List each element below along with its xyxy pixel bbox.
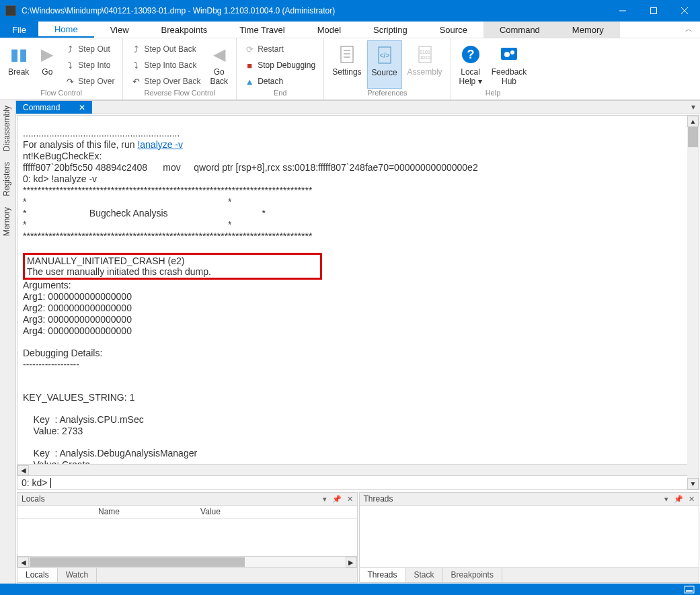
command-panel-tabs: Command✕ ▾ <box>16 100 700 114</box>
ribbon-collapse-icon[interactable]: ︿ <box>685 24 696 34</box>
analyze-link[interactable]: !analyze -v <box>137 139 183 150</box>
sidebar-disassembly[interactable]: Disassembly <box>0 100 13 157</box>
dropdown-icon[interactable]: ▾ <box>664 495 668 504</box>
minimize-button[interactable] <box>607 0 638 22</box>
step-out-button[interactable]: ⤴Step Out <box>61 42 118 56</box>
menu-timetravel[interactable]: Time Travel <box>223 22 301 38</box>
step-over-button[interactable]: ↷Step Over <box>61 74 118 89</box>
menu-command[interactable]: Command <box>483 22 556 38</box>
svg-text:0101: 0101 <box>420 50 430 54</box>
pin-icon[interactable]: 📌 <box>674 495 683 504</box>
menu-scripting[interactable]: Scripting <box>357 22 424 38</box>
svg-text:1010: 1010 <box>420 55 430 60</box>
locals-title: Locals <box>22 494 45 504</box>
scroll-left-icon[interactable]: ◀ <box>17 465 29 475</box>
menu-view[interactable]: View <box>94 22 145 38</box>
settings-icon <box>338 43 356 66</box>
step-over-back-icon: ↶ <box>131 77 141 86</box>
horizontal-scrollbar[interactable]: ◀ ▶ <box>17 464 699 475</box>
scroll-left-icon[interactable]: ◀ <box>17 557 29 567</box>
svg-text:</>: </> <box>379 52 389 59</box>
command-output[interactable]: ........................................… <box>17 116 699 464</box>
settings-button[interactable]: Settings <box>328 40 365 89</box>
source-button[interactable]: </> Source <box>367 40 402 89</box>
scroll-down-icon[interactable]: ▼ <box>687 478 699 489</box>
stop-debugging-button[interactable]: ■Stop Debugging <box>241 58 319 73</box>
threads-title: Threads <box>364 494 393 504</box>
tab-locals[interactable]: Locals <box>17 568 58 582</box>
help-icon: ? <box>461 43 481 66</box>
command-tab[interactable]: Command✕ <box>16 101 92 114</box>
menu-source[interactable]: Source <box>424 22 483 38</box>
step-out-icon: ⤴ <box>65 44 75 54</box>
close-icon[interactable]: ✕ <box>79 103 85 112</box>
statusbar-icon[interactable] <box>684 586 695 594</box>
menubar: File Home View Breakpoints Time Travel M… <box>0 22 700 38</box>
command-prompt[interactable]: 0: kd> <box>17 475 699 489</box>
local-help-button[interactable]: ? Local Help ▾ <box>455 40 486 89</box>
statusbar <box>0 584 700 595</box>
tab-threads[interactable]: Threads <box>360 568 406 582</box>
step-into-back-icon: ⤵ <box>131 61 141 70</box>
go-button[interactable]: ▶ Go <box>34 40 60 89</box>
locals-hscroll[interactable]: ◀ ▶ <box>17 556 357 567</box>
close-icon[interactable]: ✕ <box>347 495 353 504</box>
panel-dropdown-icon[interactable]: ▾ <box>689 102 697 112</box>
dropdown-icon[interactable]: ▾ <box>323 495 327 504</box>
restart-icon: ⟳ <box>245 44 254 54</box>
break-button[interactable]: ▮▮ Break <box>4 40 33 89</box>
go-back-button[interactable]: ◀ Go Back <box>206 40 232 89</box>
highlight-box: MANUALLY_INITIATED_CRASH (e2) The user m… <box>23 253 322 280</box>
svg-point-17 <box>510 50 514 54</box>
app-icon <box>5 5 16 16</box>
vertical-scrollbar[interactable]: ▲ ▼ <box>687 116 699 489</box>
step-out-back-button[interactable]: ⤴Step Out Back <box>127 42 204 56</box>
menu-model[interactable]: Model <box>301 22 357 38</box>
menu-memory[interactable]: Memory <box>556 22 620 38</box>
sidebar-memory[interactable]: Memory <box>0 202 13 241</box>
menu-home[interactable]: Home <box>38 22 94 38</box>
restart-button[interactable]: ⟳Restart <box>241 42 319 56</box>
close-button[interactable] <box>669 0 700 22</box>
close-icon[interactable]: ✕ <box>689 495 695 504</box>
workspace: Command✕ ▾ .............................… <box>16 100 700 584</box>
ribbon: ▮▮ Break ▶ Go ⤴Step Out ⤵Step Into ↷Step… <box>0 38 700 100</box>
svg-rect-10 <box>419 46 431 63</box>
step-over-back-button[interactable]: ↶Step Over Back <box>127 74 204 89</box>
tab-stack[interactable]: Stack <box>406 568 443 582</box>
group-help-label: Help <box>455 89 531 99</box>
col-value[interactable]: Value <box>120 506 221 518</box>
detach-button[interactable]: ▲Detach <box>241 74 319 89</box>
scroll-right-icon[interactable]: ▶ <box>346 557 357 567</box>
menu-file[interactable]: File <box>0 22 38 38</box>
source-icon: </> <box>376 44 393 67</box>
svg-rect-19 <box>686 590 693 592</box>
sidebar-registers[interactable]: Registers <box>0 157 13 202</box>
step-into-button[interactable]: ⤵Step Into <box>61 58 118 73</box>
col-name[interactable]: Name <box>17 506 120 518</box>
command-output-pane: ........................................… <box>17 115 699 490</box>
feedback-hub-button[interactable]: Feedback Hub <box>488 40 531 89</box>
step-into-back-button[interactable]: ⤵Step Into Back <box>127 58 204 73</box>
group-reverse-flow-label: Reverse Flow Control <box>127 89 232 99</box>
assembly-button[interactable]: 01011010 Assembly <box>403 40 446 89</box>
step-into-icon: ⤵ <box>65 61 75 70</box>
tab-watch[interactable]: Watch <box>58 568 98 582</box>
pin-icon[interactable]: 📌 <box>332 495 342 504</box>
maximize-button[interactable] <box>638 0 669 22</box>
step-over-icon: ↷ <box>65 77 75 86</box>
scroll-up-icon[interactable]: ▲ <box>687 116 699 127</box>
threads-pane: Threads ▾ 📌 ✕ Threads Stack Breakpoints <box>359 492 700 583</box>
svg-rect-4 <box>341 46 353 63</box>
play-icon: ▶ <box>41 43 53 66</box>
pause-icon: ▮▮ <box>10 43 28 66</box>
window-title: C:\Windows\Minidump\040121-13093-01.dmp … <box>22 6 607 15</box>
group-end-label: End <box>241 89 319 99</box>
tab-breakpoints[interactable]: Breakpoints <box>443 568 502 582</box>
group-prefs-label: Preferences <box>328 89 446 99</box>
detach-icon: ▲ <box>245 77 254 86</box>
command-input[interactable] <box>51 477 695 488</box>
menu-breakpoints[interactable]: Breakpoints <box>145 22 224 38</box>
svg-rect-1 <box>651 8 657 14</box>
play-back-icon: ◀ <box>213 43 225 66</box>
